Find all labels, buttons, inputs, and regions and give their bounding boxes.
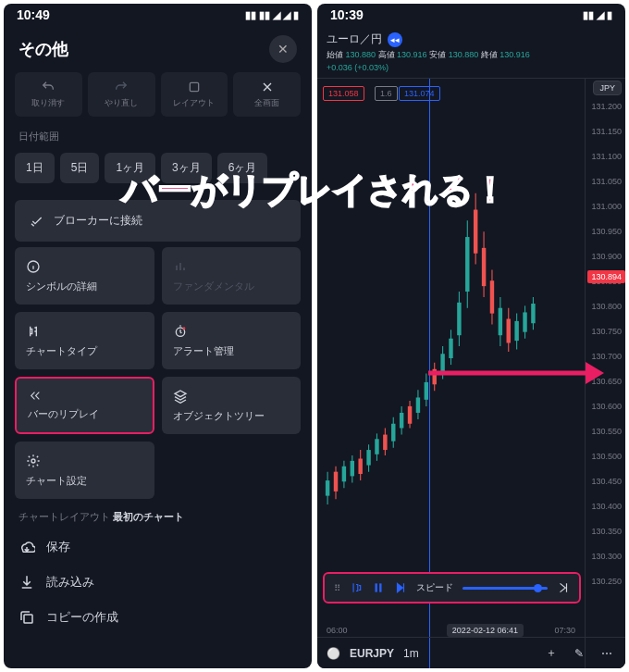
chart-type-button[interactable]: チャートタイプ (15, 312, 154, 369)
svg-rect-29 (416, 397, 420, 413)
last-price-badge: 130.894 (587, 270, 625, 283)
svg-rect-35 (440, 354, 444, 373)
alert-icon (173, 324, 188, 339)
bar-replay-button[interactable]: バーのリプレイ (15, 377, 154, 434)
phone-left: 10:49 ▮▮ ▮▮ ◢ ◢ ▮ その他 ✕ 取り消す やり直し レイアウト … (4, 4, 312, 668)
svg-rect-7 (326, 480, 329, 496)
label: 読み込み (46, 574, 94, 591)
symbol-name[interactable]: ユーロ／円 (327, 31, 382, 47)
spread-badge: 1.6 (375, 86, 398, 101)
phone-right: 10:39 ▮▮ ◢ ▮ ユーロ／円 ◂◂ 始値 130.880 高値 130.… (317, 4, 625, 668)
svg-point-4 (31, 459, 35, 463)
fullscreen-icon (260, 80, 275, 94)
price-axis[interactable]: JPY 131.200131.150131.100131.050131.0001… (585, 79, 625, 668)
time: 10:39 (330, 7, 364, 22)
svg-rect-55 (523, 312, 526, 331)
chip-1d[interactable]: 1日 (15, 153, 55, 183)
redo-label: やり直し (105, 97, 138, 109)
svg-point-3 (182, 327, 185, 330)
price-tick: 130.900 (591, 252, 622, 261)
price-tick: 130.650 (591, 377, 622, 386)
price-tick: 131.150 (591, 127, 622, 136)
price-tick: 130.400 (591, 502, 622, 511)
price-tick: 131.000 (591, 202, 622, 211)
undo-label: 取り消す (31, 97, 65, 109)
jump-start-icon[interactable] (350, 581, 363, 594)
replay-active-icon[interactable]: ◂◂ (388, 32, 402, 47)
redo-button[interactable]: やり直し (88, 72, 155, 117)
copy-icon (18, 609, 35, 626)
chart-settings-button[interactable]: チャート設定 (15, 442, 154, 499)
price-tick: 130.450 (591, 477, 622, 486)
price-tick: 130.300 (591, 552, 622, 561)
svg-rect-11 (342, 467, 346, 482)
chart-area[interactable]: 131.058 1.6 131.074 (317, 79, 625, 668)
timeframe-label[interactable]: 1m (403, 647, 419, 660)
bars-icon (173, 259, 188, 274)
label: シンボルの詳細 (26, 280, 143, 293)
fullscreen-button[interactable]: 全画面 (233, 72, 301, 117)
load-item[interactable]: 読み込み (18, 565, 297, 600)
label: ファンダメンタル (173, 280, 290, 293)
pause-icon[interactable] (372, 581, 385, 594)
symbol-details-button[interactable]: シンボルの詳細 (15, 247, 154, 305)
toolbar: 取り消す やり直し レイアウト 全画面 (4, 72, 312, 126)
svg-rect-49 (499, 308, 502, 335)
layout-icon (187, 80, 202, 94)
slider-thumb[interactable] (534, 584, 542, 592)
price-tick: 130.500 (591, 452, 622, 461)
symbol-label[interactable]: EURJPY (350, 647, 394, 660)
currency-selector[interactable]: JPY (593, 81, 622, 95)
close-icon: ✕ (278, 42, 289, 56)
svg-rect-47 (490, 280, 494, 313)
time-badge: 2022-02-12 06:41 (447, 624, 524, 637)
svg-rect-17 (366, 450, 370, 466)
price-tick: 131.200 (591, 102, 622, 111)
speed-slider[interactable] (462, 587, 548, 590)
svg-rect-37 (449, 339, 452, 358)
chart-layout-section: チャートレイアウト 最初のチャート 保存 読み込み コピーの作成 (4, 510, 312, 635)
svg-rect-27 (408, 406, 412, 424)
download-icon (18, 574, 35, 591)
label: バーのリプレイ (28, 407, 142, 421)
layout-button[interactable]: レイアウト (161, 72, 228, 117)
fullscreen-label: 全画面 (254, 97, 279, 109)
svg-rect-9 (334, 472, 338, 492)
svg-rect-15 (358, 459, 362, 475)
save-item[interactable]: 保存 (18, 529, 297, 565)
time-tick: 07:30 (554, 626, 575, 635)
connect-label: ブローカーに接続 (54, 213, 142, 229)
copy-item[interactable]: コピーの作成 (18, 600, 297, 635)
undo-button[interactable]: 取り消す (15, 72, 82, 117)
label: チャート設定 (26, 474, 143, 488)
chip-6m[interactable]: 6ヶ月 (217, 153, 268, 183)
price-tick: 130.550 (591, 427, 622, 436)
fundamental-button[interactable]: ファンダメンタル (162, 247, 302, 305)
status-icons: ▮▮ ◢ ▮ (583, 9, 612, 21)
add-icon[interactable]: ＋ (542, 645, 561, 661)
step-forward-icon[interactable] (394, 581, 407, 594)
chip-3m[interactable]: 3ヶ月 (161, 153, 212, 183)
time: 10:49 (17, 7, 50, 22)
chip-1m[interactable]: 1ヶ月 (105, 153, 155, 183)
bottom-bar: ⚪ EURJPY 1m ＋ ✎ ⋯ (317, 637, 625, 668)
info-icon (26, 259, 41, 274)
chip-5d[interactable]: 5日 (60, 153, 100, 183)
alert-manage-button[interactable]: アラート管理 (162, 312, 302, 369)
cloud-icon (18, 539, 35, 555)
replay-control-bar: ⠿ スピード (323, 572, 581, 604)
svg-rect-31 (425, 382, 428, 400)
svg-rect-25 (400, 413, 403, 429)
draw-icon[interactable]: ✎ (570, 647, 588, 660)
drag-icon[interactable]: ⠿ (334, 583, 340, 593)
feature-grid: シンボルの詳細 ファンダメンタル チャートタイプ アラート管理 バーのリプレイ … (4, 247, 312, 499)
more-icon[interactable]: ⋯ (598, 647, 616, 660)
jump-end-icon[interactable] (557, 581, 570, 594)
close-button[interactable]: ✕ (269, 35, 297, 63)
status-bar: 10:39 ▮▮ ◢ ▮ (317, 4, 625, 26)
price-tick: 130.800 (591, 302, 622, 311)
speed-label: スピード (416, 581, 453, 594)
price-tick: 130.950 (591, 227, 622, 236)
connect-broker-button[interactable]: ブローカーに接続 (15, 200, 301, 242)
object-tree-button[interactable]: オブジェクトツリー (162, 377, 302, 434)
